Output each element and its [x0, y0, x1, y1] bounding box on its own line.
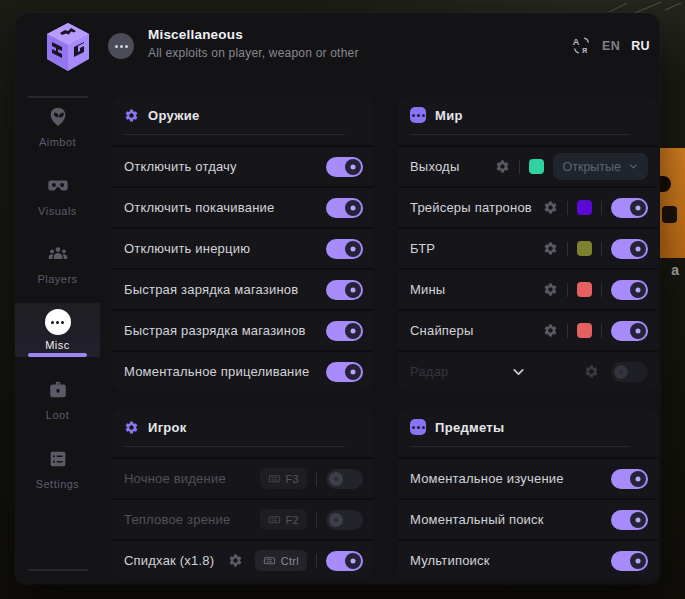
hotkey-label: F2 — [286, 514, 299, 526]
toggle-switch[interactable] — [326, 321, 363, 341]
section-divider — [410, 446, 630, 447]
active-tab-indicator — [28, 353, 87, 357]
divider — [567, 283, 568, 297]
divider — [601, 324, 602, 338]
hotkey-label: F3 — [286, 473, 299, 485]
sidebar-divider — [28, 569, 88, 571]
setting-row-exits: Выходы Открытые — [398, 145, 658, 186]
toggle-switch[interactable] — [611, 551, 648, 571]
color-swatch[interactable] — [577, 241, 592, 256]
sidebar-item-visuals[interactable]: Visuals — [15, 175, 100, 217]
color-swatch[interactable] — [577, 323, 592, 338]
setting-label: Спидхак (x1.8) — [124, 553, 214, 568]
briefcase-icon — [47, 379, 69, 401]
divider — [567, 242, 568, 256]
row-settings-gear-icon[interactable] — [495, 159, 510, 174]
chevron-down-icon — [628, 161, 639, 172]
setting-row: Отключить покачивание — [112, 186, 373, 227]
setting-row: Моментальное прицеливание — [112, 350, 373, 391]
setting-label: Моментальное изучение — [410, 471, 564, 486]
toggle-switch[interactable] — [326, 157, 363, 177]
translate-icon — [572, 36, 591, 55]
color-swatch[interactable] — [577, 282, 592, 297]
toggle-switch[interactable] — [611, 280, 648, 300]
setting-row: Тепловое зрение F2 — [112, 498, 373, 539]
toggle-switch[interactable] — [611, 469, 648, 489]
alien-icon — [47, 106, 69, 128]
divider — [567, 201, 568, 215]
divider — [567, 324, 568, 338]
background-banner — [660, 148, 685, 258]
toggle-switch[interactable] — [326, 198, 363, 218]
toggle-switch[interactable] — [326, 362, 363, 382]
color-swatch[interactable] — [529, 159, 544, 174]
sidebar-item-label: Loot — [15, 409, 100, 421]
toggle-knob — [345, 364, 361, 380]
hotkey-badge[interactable]: Ctrl — [255, 550, 307, 571]
color-swatch[interactable] — [577, 200, 592, 215]
sidebar-item-players[interactable]: Players — [15, 243, 100, 285]
section-player: Игрок Ночное видение F3 Тепловое зрение — [112, 408, 373, 580]
setting-label: Трейсеры патронов — [410, 200, 532, 215]
toggle-knob — [345, 159, 361, 175]
toggle-switch[interactable] — [326, 551, 363, 571]
hotkey-badge[interactable]: F2 — [260, 509, 307, 530]
toggle-switch[interactable] — [611, 198, 648, 218]
cheat-menu-panel: Aimbot Visuals Players Misc Loot Setting… — [15, 13, 660, 584]
sidebar-item-loot[interactable]: Loot — [15, 379, 100, 421]
lang-ru-button[interactable]: RU — [631, 39, 650, 53]
toggle-switch[interactable] — [326, 239, 363, 259]
row-settings-gear-icon[interactable] — [543, 241, 558, 256]
row-settings-gear-icon[interactable] — [543, 323, 558, 338]
row-settings-gear-icon[interactable] — [543, 282, 558, 297]
toggle-switch[interactable] — [611, 510, 648, 530]
dropdown-value: Открытые — [562, 160, 621, 174]
page-subtitle: All exploits on player, weapon or other — [148, 46, 359, 60]
page-ellipsis-icon — [108, 33, 134, 59]
setting-label: Снайперы — [410, 323, 474, 338]
toggle-switch[interactable] — [611, 362, 648, 382]
row-settings-gear-icon[interactable] — [584, 364, 599, 379]
setting-row: Моментальный поиск — [398, 498, 658, 539]
section-divider — [124, 134, 345, 135]
toggle-switch[interactable] — [611, 239, 648, 259]
language-switcher: EN RU — [572, 36, 650, 55]
hotkey-label: Ctrl — [281, 555, 299, 567]
divider — [316, 554, 317, 568]
sidebar-item-aimbot[interactable]: Aimbot — [15, 106, 100, 148]
toggle-knob — [329, 472, 343, 486]
gear-icon — [124, 420, 139, 435]
setting-label: Мины — [410, 282, 445, 297]
row-settings-gear-icon[interactable] — [228, 553, 243, 568]
divider — [601, 283, 602, 297]
setting-row: Быстрая зарядка магазинов — [112, 268, 373, 309]
toggle-knob — [630, 282, 646, 298]
hotkey-badge[interactable]: F3 — [260, 468, 307, 489]
setting-row: Мультипоиск — [398, 539, 658, 580]
setting-label: Отключить покачивание — [124, 200, 274, 215]
section-title: Оружие — [148, 108, 200, 123]
exits-dropdown[interactable]: Открытые — [553, 153, 648, 180]
setting-row: Отключить инерцию — [112, 227, 373, 268]
toggle-switch[interactable] — [326, 469, 363, 489]
chevron-down-icon[interactable] — [510, 363, 527, 380]
setting-label: Ночное видение — [124, 471, 226, 486]
divider — [316, 472, 317, 486]
sidebar: Aimbot Visuals Players Misc Loot Setting… — [15, 13, 100, 584]
divider — [601, 201, 602, 215]
section-weapon: Оружие Отключить отдачу Отключить покачи… — [112, 96, 373, 391]
background-letter-fragment: a — [671, 262, 679, 278]
toggle-switch[interactable] — [326, 510, 363, 530]
setting-label: Выходы — [410, 159, 459, 174]
setting-label: Тепловое зрение — [124, 512, 230, 527]
toggle-switch[interactable] — [326, 280, 363, 300]
sidebar-item-settings[interactable]: Settings — [15, 448, 100, 490]
setting-row: Снайперы — [398, 309, 658, 350]
section-rows: Моментальное изучение Моментальный поиск… — [398, 457, 658, 580]
toggle-switch[interactable] — [611, 321, 648, 341]
toggle-knob — [329, 513, 343, 527]
setting-label: Моментальный поиск — [410, 512, 544, 527]
sidebar-item-misc-active[interactable]: Misc — [15, 303, 100, 357]
lang-en-button[interactable]: EN — [602, 39, 620, 53]
row-settings-gear-icon[interactable] — [543, 200, 558, 215]
